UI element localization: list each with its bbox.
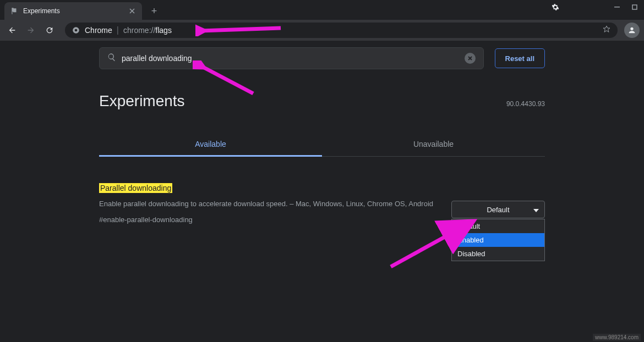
minimize-icon[interactable] [613,3,621,11]
search-row: Reset all [99,47,545,69]
browser-tab[interactable]: Experiments [4,2,142,20]
address-url: chrome://flags [123,26,172,35]
reset-all-button[interactable]: Reset all [495,48,545,68]
clear-search-icon[interactable] [465,53,476,64]
close-icon[interactable] [128,7,137,15]
dropdown-option[interactable]: Default [452,219,544,233]
flags-tabs: Available Unavailable [99,133,545,157]
bookmark-star-icon[interactable] [602,25,611,36]
new-tab-button[interactable]: + [146,3,162,19]
tab-strip: Experiments + [0,0,644,20]
flag-dropdown[interactable]: Default DefaultEnabledDisabled [451,201,545,218]
tab-available[interactable]: Available [99,133,322,157]
svg-point-3 [75,29,78,32]
address-label: Chrome [85,26,112,35]
page-content: Reset all Experiments 90.0.4430.93 Avail… [0,41,644,342]
reload-button[interactable] [42,23,57,38]
search-icon [107,53,116,64]
chrome-product-icon [72,26,80,35]
window-controls [552,3,638,11]
svg-rect-0 [614,7,620,8]
back-button[interactable] [4,23,20,38]
dropdown-selected[interactable]: Default [451,201,545,218]
toolbar: Chrome | chrome://flags [0,20,644,41]
page-title: Experiments [99,92,185,110]
search-input[interactable] [122,54,459,63]
forward-button[interactable] [23,23,39,38]
settings-icon[interactable] [552,3,559,11]
maximize-icon[interactable] [631,3,638,11]
flag-title: Parallel downloading [99,183,172,193]
tab-unavailable[interactable]: Unavailable [322,133,545,156]
search-box[interactable] [99,47,484,69]
dropdown-option[interactable]: Enabled [452,233,544,247]
watermark: www.989214.com [593,334,641,341]
flag-item: Parallel downloading Enable parallel dow… [99,183,545,224]
dropdown-option[interactable]: Disabled [452,247,544,261]
chevron-down-icon [533,206,539,214]
flag-page-icon [10,7,19,15]
address-bar[interactable]: Chrome | chrome://flags [65,23,618,38]
svg-rect-1 [632,5,637,9]
dropdown-list: DefaultEnabledDisabled [451,219,545,261]
profile-button[interactable] [624,23,640,38]
flag-description: Enable parallel downloading to accelerat… [99,198,435,210]
address-divider: | [117,25,119,35]
chrome-version: 90.0.4430.93 [506,100,545,108]
tab-title: Experiments [23,7,123,15]
flag-hash: #enable-parallel-downloading [99,216,435,224]
